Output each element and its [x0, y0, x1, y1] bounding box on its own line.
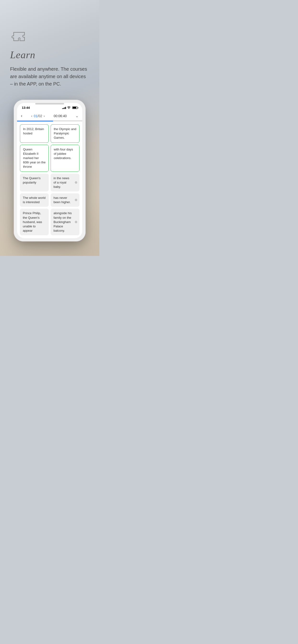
status-time: 13:44	[22, 106, 30, 110]
learn-description: Flexible and anywhere. The courses are a…	[10, 66, 89, 88]
card-left-5[interactable]: Prince Philip, the Queen's husband, was …	[20, 209, 49, 235]
signal-bar-4	[65, 107, 66, 109]
move-icon-2: ⊕	[75, 198, 77, 202]
status-icons	[62, 106, 78, 109]
phone-screen: 13:44	[17, 103, 82, 238]
signal-bar-1	[62, 108, 63, 109]
nav-page-current: 01/02	[34, 114, 42, 118]
nav-center: ‹ 01/02 ›	[31, 114, 45, 118]
card-right-5[interactable]: alongside his family on the Buckingham P…	[51, 209, 79, 235]
card-left-2[interactable]: Queen Elizabeth II marked her 60th year …	[20, 145, 49, 172]
nav-time: 00:06:40	[54, 114, 67, 118]
card-left-3[interactable]: The Queen's popularity	[20, 174, 49, 192]
move-icon-3: ⊕	[75, 220, 77, 224]
nav-expand-button[interactable]: ⌄	[76, 114, 78, 118]
card-right-4[interactable]: has never been higher. ⊕	[51, 193, 79, 207]
card-left-4[interactable]: The whole world is interested	[20, 193, 49, 207]
nav-bar: ‹ ‹ 01/02 › 00:06:40 ⌄	[17, 112, 82, 121]
nav-next-button[interactable]: ›	[44, 114, 45, 118]
wifi-icon	[67, 106, 71, 109]
puzzle-icon	[10, 29, 29, 44]
nav-prev-button[interactable]: ‹	[31, 114, 32, 118]
nav-back-button[interactable]: ‹	[21, 113, 22, 118]
phone-outer: 13:44	[14, 100, 86, 242]
top-section: Learn Flexible and anywhere. The courses…	[0, 0, 99, 97]
signal-bar-2	[63, 108, 64, 109]
move-icon: ⊕	[75, 180, 77, 185]
card-left-1[interactable]: In 2012, Britain hosted	[20, 124, 49, 143]
signal-bar-3	[64, 107, 65, 109]
card-right-1[interactable]: the Olympic and Paralympic Games.	[51, 124, 79, 143]
phone-container: 13:44	[0, 97, 99, 256]
battery-icon	[72, 106, 77, 109]
cards-area: In 2012, Britain hosted the Olympic and …	[17, 122, 82, 238]
card-right-2[interactable]: with four days of jubilee celebrations.	[51, 145, 79, 172]
signal-icon	[62, 106, 66, 109]
battery-fill	[73, 107, 76, 108]
svg-point-0	[69, 108, 69, 109]
phone-notch	[35, 103, 64, 104]
learn-title: Learn	[10, 49, 89, 60]
card-right-3[interactable]: in the news of a royal baby. ⊕	[51, 174, 79, 192]
page-current: 01	[34, 114, 38, 118]
